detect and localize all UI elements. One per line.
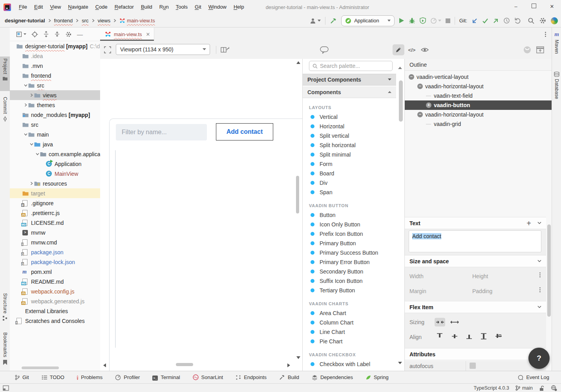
outline-node-vaadin-horizontal-layout[interactable]: −vaadin-horizontal-layout	[405, 82, 552, 91]
expand-icon[interactable]: +	[426, 102, 431, 108]
menu-window[interactable]: Window	[205, 0, 230, 14]
stripe-tab-project[interactable]: Project	[0, 57, 10, 91]
maximize-button[interactable]	[525, 0, 543, 14]
help-button[interactable]: ?	[528, 348, 550, 369]
search-everywhere-icon[interactable]	[528, 17, 535, 24]
tree-row-src[interactable]: src	[10, 80, 100, 90]
breadcrumb-item-main-view-ts[interactable]: main-view.ts	[119, 18, 155, 24]
project-tree-hscrollbar[interactable]	[22, 366, 59, 369]
lock-icon[interactable]	[539, 385, 545, 391]
git-commit-button[interactable]	[482, 18, 488, 24]
breadcrumb-item-frontend[interactable]: frontend	[54, 18, 73, 24]
text-section-header[interactable]: Text +	[405, 217, 546, 229]
stop-button[interactable]	[446, 18, 450, 23]
tree-row--mvn[interactable]: .mvn	[10, 61, 100, 71]
margin-field[interactable]: Margin	[409, 288, 426, 294]
palette-item-split-horizontal[interactable]: Split horizontal	[303, 140, 396, 150]
menu-build[interactable]: Build	[137, 0, 156, 14]
align-center-icon[interactable]	[451, 333, 458, 340]
tree-row-mvnw-cmd[interactable]: =mvnw.cmd	[10, 237, 100, 247]
run-button[interactable]	[399, 18, 404, 24]
coverage-button[interactable]	[420, 17, 426, 24]
tree-row-main[interactable]: main	[10, 129, 100, 139]
tree-row-pom-xml[interactable]: mpom.xml	[10, 267, 100, 277]
scroll-down-icon[interactable]	[398, 362, 402, 364]
vaadin-disabled-icon[interactable]	[521, 44, 533, 55]
tool-window-event-log[interactable]: Event Log	[518, 374, 549, 380]
palette-item-pie-chart[interactable]: Pie Chart	[303, 337, 396, 346]
project-components-header[interactable]: Project Components	[303, 74, 396, 86]
tab-main-view[interactable]: main-view.ts ✕	[100, 27, 154, 41]
breadcrumb-item-src[interactable]: src	[82, 18, 88, 24]
outline-node-vaadin-button[interactable]: +vaadin-button	[405, 100, 552, 110]
rotate-viewport-icon[interactable]	[219, 44, 231, 55]
width-field[interactable]: Width	[409, 273, 424, 279]
tree-row-application[interactable]: CApplication	[10, 159, 100, 169]
git-update-button[interactable]	[471, 18, 478, 24]
tree-row-frontend[interactable]: frontend	[10, 71, 100, 80]
breadcrumb-item-designer-tutorial[interactable]: designer-tutorial	[5, 18, 45, 24]
tree-row-webpack-config-js[interactable]: JSwebpack.config.js	[10, 286, 100, 296]
outline-node-vaadin-grid[interactable]: vaadin-grid	[405, 119, 552, 129]
hide-panel-icon[interactable]: —	[77, 31, 83, 38]
tree-row-package-lock-json[interactable]: {}package-lock.json	[10, 257, 100, 267]
tree-row-resources[interactable]: resources	[10, 179, 100, 188]
tree-row-license-md[interactable]: MDLICENSE.md	[10, 218, 100, 228]
tool-window-build[interactable]: Build	[279, 374, 299, 380]
palette-item-span[interactable]: Span	[303, 188, 396, 197]
locate-file-icon[interactable]	[31, 31, 38, 38]
menu-tools[interactable]: Tools	[172, 0, 191, 14]
add-contact-button[interactable]: Add contact	[216, 123, 273, 140]
palette-item-primary-success-button[interactable]: Primary Success Button	[303, 248, 396, 257]
palette-item-area-chart[interactable]: Area Chart	[303, 308, 396, 318]
tree-row-readme-md[interactable]: MDREADME.md	[10, 277, 100, 286]
tool-window-profiler[interactable]: Profiler	[115, 374, 140, 380]
add-text-icon[interactable]: +	[526, 220, 531, 226]
palette-item-icon-only-button[interactable]: Icon Only Button	[303, 220, 396, 229]
size-row-menu-icon[interactable]	[539, 272, 541, 277]
tree-row-com-example-applica[interactable]: com.example.applica	[10, 149, 100, 159]
chevron-right-icon[interactable]	[29, 93, 34, 97]
menu-navigate[interactable]: Navigate	[64, 0, 91, 14]
canvas-hscrollbar[interactable]	[176, 363, 193, 366]
typescript-version[interactable]: TypeScript 4.0.3	[474, 385, 509, 391]
tree-row-package-json[interactable]: {}package.json	[10, 247, 100, 257]
tool-window-todo[interactable]: TODO	[42, 374, 64, 380]
tree-row-mvnw[interactable]: >mvnw	[10, 228, 100, 237]
collapse-icon[interactable]: −	[417, 112, 423, 117]
palette-item-tertiary-button[interactable]: Tertiary Button	[303, 286, 396, 295]
palette-item-vertical[interactable]: Vertical	[303, 112, 396, 122]
project-settings-gear-icon[interactable]	[65, 31, 72, 38]
chevron-down-icon[interactable]	[537, 222, 541, 224]
scroll-up-icon[interactable]	[398, 67, 402, 69]
chevron-right-icon[interactable]	[29, 181, 34, 186]
tool-window-dependencies[interactable]: Dependencies	[312, 374, 353, 380]
filter-text-field[interactable]: Filter by name...	[116, 124, 207, 140]
align-baseline-icon[interactable]	[495, 333, 503, 340]
collapse-icon[interactable]: −	[409, 74, 414, 80]
stripe-tab-database[interactable]: Database	[552, 71, 561, 110]
palette-item-checkbox-with-label[interactable]: Checkbox with Label	[303, 359, 396, 369]
tree-row-scratches-and-consoles[interactable]: +Scratches and Consoles	[10, 316, 100, 326]
chevron-down-icon[interactable]	[23, 132, 28, 137]
tree-row--gitignore[interactable]: ⊘.gitignore	[10, 198, 100, 208]
flex-shrink-icon[interactable]	[435, 318, 445, 326]
menu-file[interactable]: File	[15, 0, 31, 14]
tree-row--prettierrc-js[interactable]: JS.prettierrc.js	[10, 208, 100, 218]
scroll-left-icon[interactable]	[103, 363, 106, 367]
menu-git[interactable]: Git	[191, 0, 205, 14]
profiler-button[interactable]	[430, 17, 441, 24]
palette-item-suffix-icon-button[interactable]: Suffix Icon Button	[303, 276, 396, 286]
tree-row-views[interactable]: views	[10, 90, 100, 100]
stripe-tab-bookmarks[interactable]: Bookmarks	[0, 330, 10, 370]
settings-gear-icon[interactable]	[539, 17, 546, 24]
scroll-down-icon[interactable]	[296, 356, 300, 359]
collapse-all-icon[interactable]	[54, 31, 60, 37]
tree-row-src[interactable]: src	[10, 120, 100, 129]
chevron-down-icon[interactable]	[537, 260, 541, 263]
flex-section-header[interactable]: Flex Item	[405, 301, 546, 313]
palette-item-board[interactable]: Board	[303, 169, 396, 178]
palette-item-div[interactable]: Div	[303, 178, 396, 188]
stripe-tab-commit[interactable]: Commit	[0, 95, 10, 126]
selection-frame-icon[interactable]	[102, 44, 113, 55]
